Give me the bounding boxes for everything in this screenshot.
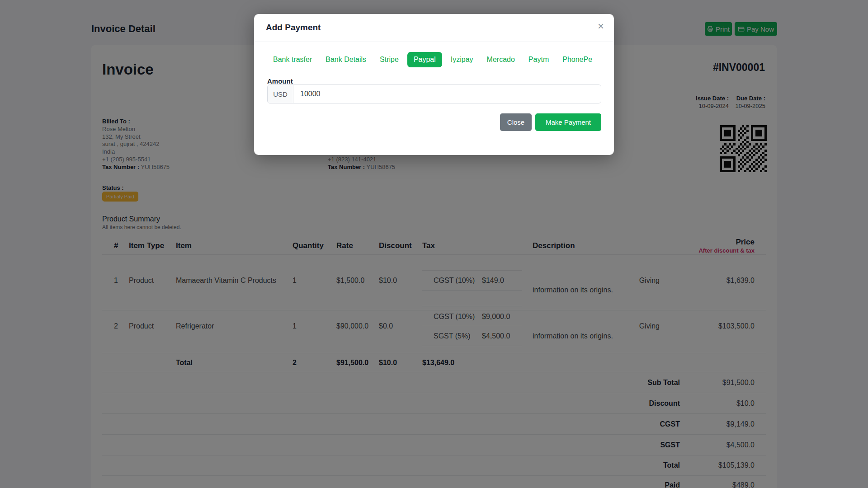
amount-input-group: USD	[267, 84, 601, 103]
tab-paypal[interactable]: Paypal	[407, 52, 442, 67]
payment-method-tabs: Bank trasfer Bank Details Stripe Paypal …	[273, 52, 592, 67]
add-payment-modal: Add Payment × Bank trasfer Bank Details …	[254, 14, 614, 155]
tab-bank-transfer[interactable]: Bank trasfer	[273, 56, 312, 64]
modal-close-button[interactable]: Close	[500, 113, 532, 131]
amount-input[interactable]	[293, 85, 601, 103]
tab-paytm[interactable]: Paytm	[528, 56, 549, 64]
amount-label: Amount	[267, 77, 293, 85]
tab-phonepe[interactable]: PhonePe	[562, 56, 592, 64]
close-icon[interactable]: ×	[593, 19, 609, 34]
tab-stripe[interactable]: Stripe	[380, 56, 399, 64]
tab-iyzipay[interactable]: Iyzipay	[451, 56, 473, 64]
invoice-detail-page: Invoice Detail Print Pay Now Invoice #IN…	[0, 0, 868, 488]
make-payment-button[interactable]: Make Payment	[535, 113, 601, 131]
divider	[254, 42, 614, 42]
tab-mercado[interactable]: Mercado	[487, 56, 515, 64]
modal-title: Add Payment	[266, 23, 321, 33]
tab-bank-details[interactable]: Bank Details	[326, 56, 366, 64]
currency-prefix: USD	[268, 85, 293, 103]
